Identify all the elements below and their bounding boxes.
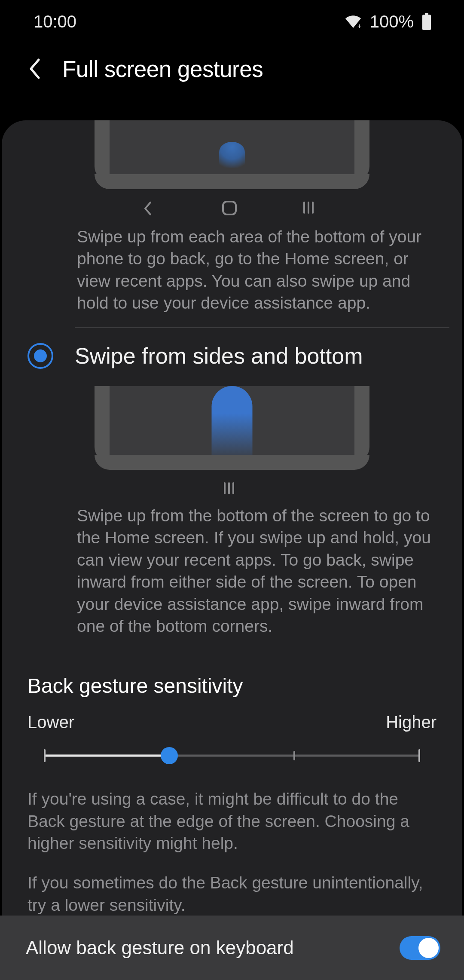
status-bar: 10:00 + 100% — [0, 0, 464, 43]
slider-tick — [293, 751, 295, 760]
chevron-left-icon — [27, 58, 41, 80]
slider-track-fill — [45, 754, 169, 756]
svg-rect-3 — [223, 202, 236, 214]
settings-panel: Swipe from bottom — [2, 120, 462, 916]
slider-tick — [418, 749, 420, 762]
option-description: Swipe up from each area of the bottom of… — [2, 217, 462, 327]
scroll-content: Swipe from bottom — [2, 120, 462, 916]
option-header: Swipe from sides and bottom — [27, 343, 437, 369]
sensitivity-description: If you're using a case, it might be diff… — [2, 764, 462, 916]
sensitivity-desc-2: If you sometimes do the Back gesture uni… — [27, 872, 437, 916]
allow-back-on-keyboard-switch[interactable] — [400, 936, 440, 960]
gesture-option-swipe-sides-bottom[interactable]: Swipe from sides and bottom — [2, 343, 462, 496]
slider-tick — [44, 749, 46, 762]
svg-text:+: + — [357, 22, 361, 29]
back-hint-icon — [142, 200, 163, 217]
sensitivity-title: Back gesture sensitivity — [2, 650, 462, 713]
nav-hints — [27, 481, 437, 496]
sensitivity-slider[interactable] — [45, 747, 419, 764]
allow-back-on-keyboard-row[interactable]: Allow back gesture on keyboard — [0, 916, 464, 980]
sensitivity-desc-1: If you're using a case, it might be diff… — [27, 788, 437, 855]
gesture-option-swipe-bottom[interactable]: Swipe from bottom — [2, 120, 462, 217]
sensitivity-lower-label: Lower — [27, 713, 74, 732]
page-header: Full screen gestures — [0, 43, 464, 95]
illustration — [27, 120, 437, 189]
back-button[interactable] — [26, 60, 43, 77]
divider — [75, 327, 449, 328]
home-hint-icon — [221, 200, 243, 217]
wifi-icon: + — [344, 14, 362, 29]
radio-icon-selected[interactable] — [27, 343, 53, 369]
option-description: Swipe up from the bottom of the screen t… — [2, 496, 462, 650]
status-battery-pct: 100% — [370, 12, 414, 31]
illustration — [27, 373, 437, 470]
finger-swipe-icon — [212, 386, 253, 455]
page-title: Full screen gestures — [62, 56, 263, 82]
option-title: Swipe from sides and bottom — [75, 343, 363, 369]
recents-hint-icon — [301, 200, 322, 217]
battery-icon — [421, 13, 432, 30]
status-time: 10:00 — [34, 12, 76, 31]
svg-rect-2 — [422, 15, 431, 30]
switch-knob-icon — [418, 938, 439, 958]
sensitivity-higher-label: Higher — [386, 713, 437, 732]
recents-hint-icon — [221, 481, 243, 496]
status-right: + 100% — [344, 12, 432, 31]
sensitivity-range-labels: Lower Higher — [2, 713, 462, 732]
finger-dot-icon — [219, 142, 245, 168]
slider-thumb[interactable] — [161, 747, 178, 764]
nav-hints — [27, 200, 437, 217]
allow-back-on-keyboard-label: Allow back gesture on keyboard — [26, 937, 294, 959]
svg-rect-1 — [425, 13, 428, 15]
